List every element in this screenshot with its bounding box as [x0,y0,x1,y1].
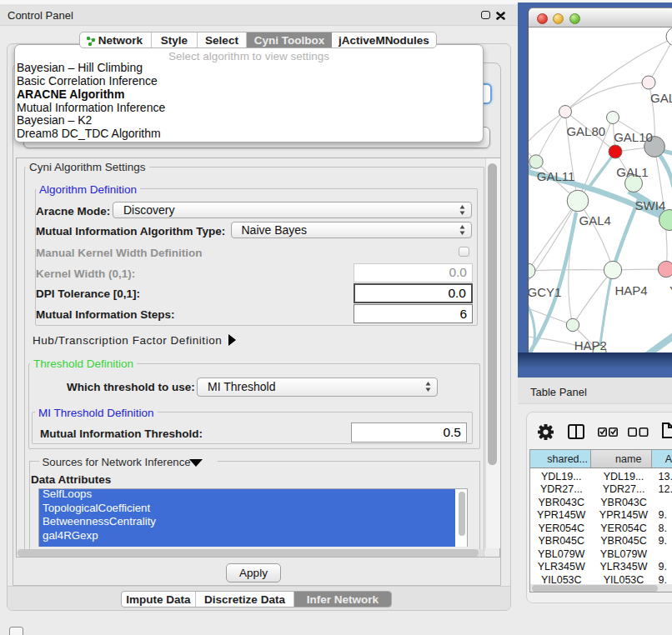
svg-text:HAP2: HAP2 [574,338,607,352]
svg-text:GAL10: GAL10 [614,130,653,144]
svg-text:GAL1: GAL1 [616,165,648,179]
svg-text:SWI4: SWI4 [635,198,666,212]
svg-text:GCY1: GCY1 [529,285,561,299]
svg-text:GAL4: GAL4 [579,213,611,228]
svg-text:GAL7: GAL7 [650,91,672,105]
svg-text:GAL80: GAL80 [566,124,605,138]
svg-text:GAL11: GAL11 [537,169,575,183]
svg-text:HAP4: HAP4 [614,283,647,298]
